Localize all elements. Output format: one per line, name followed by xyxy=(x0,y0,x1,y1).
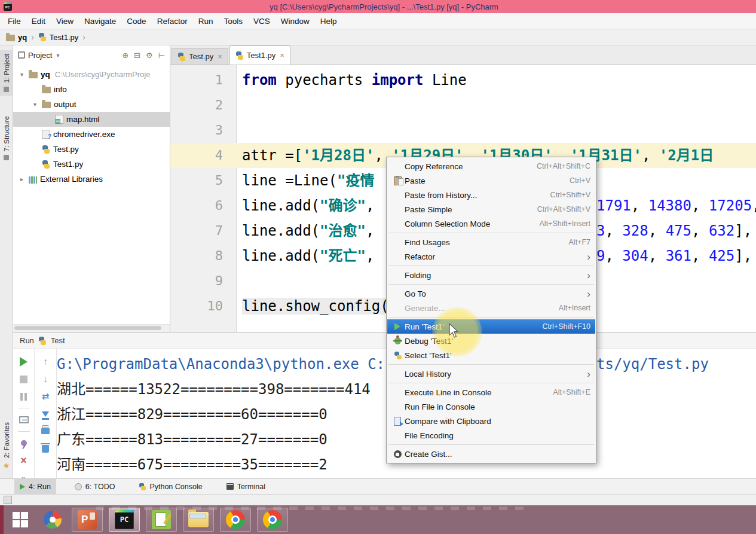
menu-item-paste-from-history[interactable]: Paste from History...Ctrl+Shift+V xyxy=(387,188,595,202)
menu-view[interactable]: View xyxy=(51,17,79,26)
breadcrumb-item-test1-py[interactable]: Test1.py xyxy=(38,33,78,42)
menu-item-file-encoding[interactable]: File Encoding xyxy=(387,428,595,443)
menu-item-refactor[interactable]: Refactor› xyxy=(387,249,595,264)
up-stack-trace-icon[interactable]: ↑ xyxy=(38,354,53,370)
tree-item-output[interactable]: ▾output xyxy=(13,97,170,112)
browser-360-icon[interactable] xyxy=(39,506,66,533)
print-icon[interactable] xyxy=(38,423,53,439)
tree-item-test1-py[interactable]: Test1.py xyxy=(13,157,170,172)
editor-tab-test1-py[interactable]: Test1.py× xyxy=(229,45,290,65)
notepadpp-icon[interactable] xyxy=(146,508,177,532)
chevron-down-icon[interactable]: ▾ xyxy=(56,52,59,59)
locate-icon[interactable]: ⊕ xyxy=(122,51,128,60)
menu-item-select-test1[interactable]: Select 'Test1' xyxy=(387,348,595,362)
menu-item-local-history[interactable]: Local History› xyxy=(387,367,595,381)
run-tab-label[interactable]: Run xyxy=(20,336,34,345)
project-view-icon xyxy=(18,51,25,59)
restore-layout-icon[interactable] xyxy=(16,412,32,428)
scroll-to-end-icon[interactable] xyxy=(38,406,53,422)
tool-button-favorites[interactable]: 2: Favorites ★ xyxy=(0,419,13,474)
menu-item-run-test1[interactable]: Run 'Test1'Ctrl+Shift+F10 xyxy=(387,319,595,334)
chrome-icon-2[interactable] xyxy=(257,508,288,532)
pause-output-icon[interactable] xyxy=(16,389,32,404)
pycharm-taskbar-icon[interactable] xyxy=(109,508,140,532)
tool-tab-4-run[interactable]: 4: Run xyxy=(14,479,56,494)
code-text: line =Line("疫情 xyxy=(242,168,374,193)
powerpoint-icon[interactable] xyxy=(72,508,103,532)
menu-item-compare-with-clipboard[interactable]: Compare with Clipboard xyxy=(387,414,595,428)
tool-tab-python-console[interactable]: Python Console xyxy=(133,479,207,494)
rerun-icon[interactable] xyxy=(16,354,32,370)
menu-item-paste-simple[interactable]: Paste SimpleCtrl+Alt+Shift+V xyxy=(387,202,595,216)
more-options-icon[interactable]: » xyxy=(16,470,32,478)
close-icon[interactable]: × xyxy=(280,51,284,60)
tree-item-external-libraries[interactable]: ▸External Libraries xyxy=(13,172,170,187)
chrome-icon[interactable] xyxy=(220,508,251,532)
pin-tab-icon[interactable] xyxy=(16,435,32,451)
menu-item-find-usages[interactable]: Find UsagesAlt+F7 xyxy=(387,235,595,249)
tree-item-map-html[interactable]: map.html xyxy=(13,112,170,127)
close-icon[interactable]: × xyxy=(218,52,222,61)
menu-code[interactable]: Code xyxy=(121,17,151,26)
run-config-name[interactable]: Test xyxy=(51,336,65,345)
console-text: 广东======813=========27=======0 xyxy=(57,431,328,448)
project-panel-title[interactable]: Project xyxy=(28,51,52,60)
close-icon[interactable]: × xyxy=(16,453,32,468)
menu-shortcut: Ctrl+Shift+F10 xyxy=(531,322,590,331)
menu-tools[interactable]: Tools xyxy=(218,17,248,26)
tool-tab-6-todo[interactable]: 6: TODO xyxy=(69,479,121,494)
tree-item-label: yq xyxy=(41,70,50,79)
tree-item-chromedriver-exe[interactable]: chromedriver.exe xyxy=(13,127,170,142)
menu-item-execute-line-in-console[interactable]: Execute Line in ConsoleAlt+Shift+E xyxy=(387,385,595,399)
chevron-down-icon[interactable]: ▾ xyxy=(18,71,26,78)
menu-window[interactable]: Window xyxy=(276,17,315,26)
tree-item-info[interactable]: info xyxy=(13,82,170,97)
menu-run[interactable]: Run xyxy=(193,17,219,26)
pycharm-app-icon xyxy=(4,2,12,11)
clear-all-icon[interactable] xyxy=(38,441,53,456)
explorer-icon[interactable] xyxy=(183,508,214,532)
code-line-3[interactable]: 3 xyxy=(170,118,756,143)
start-button[interactable] xyxy=(7,506,33,533)
editor-tab-test-py[interactable]: Test.py× xyxy=(172,48,228,65)
status-bar xyxy=(0,494,756,505)
hide-panel-icon[interactable]: ⊢ xyxy=(158,51,165,60)
menu-item-paste[interactable]: PasteCtrl+V xyxy=(387,173,595,188)
menu-vcs[interactable]: VCS xyxy=(248,17,276,26)
menu-item-column-selection-mode[interactable]: Column Selection ModeAlt+Shift+Insert xyxy=(387,216,595,231)
menu-item-copy-reference[interactable]: Copy ReferenceCtrl+Alt+Shift+C xyxy=(387,159,595,173)
breadcrumb-item-yq[interactable]: yq xyxy=(6,33,27,42)
title-bar[interactable]: yq [C:\Users\cyg\PycharmProjects\yq] - .… xyxy=(0,0,756,13)
tree-item-test-py[interactable]: Test.py xyxy=(13,142,170,157)
soft-wrap-icon[interactable]: ⇄ xyxy=(38,389,53,404)
code-line-1[interactable]: 1from pyecharts import Line xyxy=(170,68,756,93)
python-icon xyxy=(390,352,405,359)
line-number: 4 xyxy=(170,143,223,168)
menu-item-folding[interactable]: Folding› xyxy=(387,268,595,282)
menu-file[interactable]: File xyxy=(2,17,26,26)
menu-help[interactable]: Help xyxy=(315,17,342,26)
menu-item-run-file-in-console[interactable]: Run File in Console xyxy=(387,399,595,414)
menu-item-create-gist[interactable]: Create Gist... xyxy=(387,447,595,461)
tool-tab-label: 6: TODO xyxy=(85,483,115,491)
collapse-all-icon[interactable]: ⊟ xyxy=(134,51,140,60)
menu-refactor[interactable]: Refactor xyxy=(152,17,193,26)
tool-button-structure[interactable]: 7: Structure xyxy=(0,112,13,164)
menu-item-debug-test1[interactable]: Debug 'Test1' xyxy=(387,334,595,348)
menu-edit[interactable]: Edit xyxy=(26,17,51,26)
menu-item-go-to[interactable]: Go To› xyxy=(387,286,595,301)
tree-item-yq[interactable]: ▾yqC:\Users\cyg\PycharmProje xyxy=(13,67,170,82)
horizontal-scrollbar[interactable] xyxy=(13,324,170,332)
chevron-down-icon[interactable]: ▾ xyxy=(31,101,39,108)
tree-item-label: map.html xyxy=(66,115,100,124)
tool-button-project[interactable]: 1: Project xyxy=(0,50,13,96)
stop-icon[interactable] xyxy=(16,371,32,387)
chevron-right-icon[interactable]: ▸ xyxy=(18,176,26,182)
tool-tab-terminal[interactable]: Terminal xyxy=(221,479,271,494)
settings-icon[interactable]: ⚙ xyxy=(146,51,153,60)
menu-navigate[interactable]: Navigate xyxy=(79,17,121,26)
scrollbar-thumb[interactable] xyxy=(14,326,161,330)
code-line-2[interactable]: 2 xyxy=(170,93,756,118)
exe-icon xyxy=(42,130,50,139)
down-stack-trace-icon[interactable]: ↓ xyxy=(38,371,53,387)
